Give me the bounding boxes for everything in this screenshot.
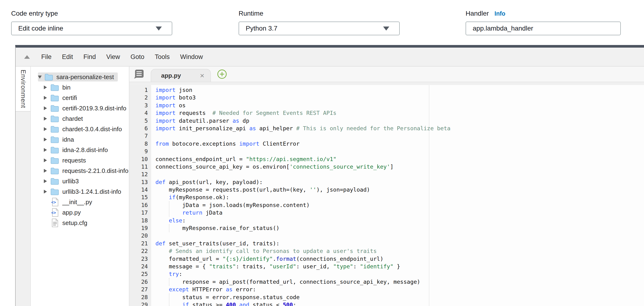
code-line[interactable]: 12 xyxy=(129,171,644,178)
code-line[interactable]: 14 myResponse = requests.post(url,auth=(… xyxy=(129,186,644,194)
code-line[interactable]: 1import json xyxy=(129,86,644,94)
line-number[interactable]: 26 xyxy=(129,278,151,286)
line-number[interactable]: 9 xyxy=(129,148,151,155)
menu-item-window[interactable]: Window xyxy=(175,53,208,61)
handler-info-link[interactable]: Info xyxy=(494,9,506,17)
tree-item-setup.cfg[interactable]: setup.cfg xyxy=(31,218,129,228)
code-editor-area[interactable]: 1import json2import boto33import os4impo… xyxy=(129,85,644,306)
chevron-right-icon[interactable] xyxy=(44,138,47,141)
chevron-right-icon[interactable] xyxy=(44,158,47,162)
code-line[interactable]: 27 except HTTPError as error: xyxy=(129,286,644,293)
code-line[interactable]: 24 message = { "traits": traits, "userId… xyxy=(129,263,644,270)
chevron-right-icon[interactable] xyxy=(44,169,47,173)
chevron-right-icon[interactable] xyxy=(44,190,47,194)
code-line[interactable]: 28 status = error.response.status_code xyxy=(129,294,644,301)
line-number[interactable]: 16 xyxy=(129,201,151,209)
code-line[interactable]: 25 try: xyxy=(129,270,644,278)
line-number[interactable]: 22 xyxy=(129,247,151,255)
tree-item-__init__.py[interactable]: <>__init__.py xyxy=(31,197,129,207)
line-number[interactable]: 15 xyxy=(129,194,151,201)
code-line[interactable]: 7 xyxy=(129,132,644,140)
chevron-right-icon[interactable] xyxy=(44,148,47,152)
line-number[interactable]: 1 xyxy=(129,86,151,94)
tree-item-urllib3[interactable]: urllib3 xyxy=(31,176,129,186)
chevron-down-icon[interactable] xyxy=(38,75,42,79)
menu-item-tools[interactable]: Tools xyxy=(150,53,175,61)
tree-item-certifi-2019.3.9.dist-info[interactable]: certifi-2019.3.9.dist-info xyxy=(31,103,129,113)
runtime-select[interactable]: Python 3.7 xyxy=(238,21,400,35)
code-entry-type-select[interactable]: Edit code inline xyxy=(11,21,172,35)
line-number[interactable]: 13 xyxy=(129,178,151,186)
menu-item-goto[interactable]: Goto xyxy=(125,53,150,61)
line-number[interactable]: 2 xyxy=(129,94,151,101)
code-line[interactable]: 16 jData = json.loads(myResponse.content… xyxy=(129,201,644,209)
tree-item-idna[interactable]: idna xyxy=(31,134,129,145)
code-line[interactable]: 2import boto3 xyxy=(129,94,644,101)
menu-item-file[interactable]: File xyxy=(36,53,57,61)
code-line[interactable]: 29 if status >= 400 and status < 500: xyxy=(129,301,644,306)
line-number[interactable]: 12 xyxy=(129,171,151,178)
tab-list-icon[interactable] xyxy=(133,69,144,79)
line-number[interactable]: 24 xyxy=(129,263,151,270)
chevron-right-icon[interactable] xyxy=(44,117,47,121)
code-line[interactable]: 26 response = api_post(formatted_url, co… xyxy=(129,278,644,286)
tree-item-bin[interactable]: bin xyxy=(31,82,129,93)
line-number[interactable]: 17 xyxy=(129,209,151,217)
line-number[interactable]: 3 xyxy=(129,102,151,109)
tree-item-urllib3-1.24.1.dist-info[interactable]: urllib3-1.24.1.dist-info xyxy=(31,186,129,197)
code-line[interactable]: 13def api_post(url, key, payload): xyxy=(129,178,644,186)
code-line[interactable]: 15 if(myResponse.ok): xyxy=(129,194,644,201)
line-number[interactable]: 7 xyxy=(129,132,151,140)
line-number[interactable]: 19 xyxy=(129,224,151,232)
code-line[interactable]: 5import dateutil.parser as dp xyxy=(129,117,644,125)
code-line[interactable]: 11connections_source_api_key = os.enviro… xyxy=(129,163,644,171)
code-line[interactable]: 10connections_endpoint_url = "https://ap… xyxy=(129,155,644,163)
menu-item-find[interactable]: Find xyxy=(78,53,101,61)
code-line[interactable]: 8from botocore.exceptions import ClientE… xyxy=(129,140,644,148)
tree-item-chardet-3.0.4.dist-info[interactable]: chardet-3.0.4.dist-info xyxy=(31,124,129,134)
tab-app-py[interactable]: app.py × xyxy=(151,69,211,82)
code-line[interactable]: 6import init_personalize_api as api_help… xyxy=(129,125,644,132)
code-line[interactable]: 23 formatted_url = "{:s}/identify".forma… xyxy=(129,255,644,263)
menu-item-view[interactable]: View xyxy=(101,53,125,61)
code-line[interactable]: 4import requests # Needed for Segment Ev… xyxy=(129,109,644,117)
code-line[interactable]: 9 xyxy=(129,148,644,155)
line-number[interactable]: 29 xyxy=(129,301,151,306)
line-number[interactable]: 10 xyxy=(129,155,151,163)
line-number[interactable]: 4 xyxy=(129,109,151,117)
code-line[interactable]: 19 myResponse.raise_for_status() xyxy=(129,224,644,232)
menu-item-edit[interactable]: Edit xyxy=(57,53,78,61)
tree-item-app.py[interactable]: <>app.py xyxy=(31,207,129,218)
chevron-right-icon[interactable] xyxy=(44,96,47,100)
tree-item-requests[interactable]: requests xyxy=(31,155,129,166)
line-number[interactable]: 23 xyxy=(129,255,151,263)
line-number[interactable]: 11 xyxy=(129,163,151,171)
code-line[interactable]: 20 xyxy=(129,232,644,240)
handler-input[interactable]: app.lambda_handler xyxy=(466,21,621,35)
line-number[interactable]: 27 xyxy=(129,286,151,293)
line-number[interactable]: 6 xyxy=(129,125,151,132)
line-number[interactable]: 14 xyxy=(129,186,151,194)
code-line[interactable]: 3import os xyxy=(129,102,644,109)
collapse-menubar-icon[interactable] xyxy=(24,55,30,59)
chevron-right-icon[interactable] xyxy=(44,106,47,110)
tree-item-requests-2.21.0.dist-info[interactable]: requests-2.21.0.dist-info xyxy=(31,166,129,176)
code-line[interactable]: 21def set_user_traits(user_id, traits): xyxy=(129,240,644,247)
line-number[interactable]: 20 xyxy=(129,232,151,240)
line-number[interactable]: 25 xyxy=(129,270,151,278)
chevron-right-icon[interactable] xyxy=(44,179,47,183)
code-line[interactable]: 18 else: xyxy=(129,217,644,224)
tree-item-sara-personalize-test[interactable]: sara-personalize-test xyxy=(31,72,129,82)
line-number[interactable]: 18 xyxy=(129,217,151,224)
code-line[interactable]: 22 # Sends an identify call to Personas … xyxy=(129,247,644,255)
environment-tab[interactable]: Environment xyxy=(16,66,30,112)
tree-item-certifi[interactable]: certifi xyxy=(31,93,129,103)
new-tab-plus-icon[interactable] xyxy=(217,69,227,79)
line-number[interactable]: 8 xyxy=(129,140,151,148)
line-number[interactable]: 28 xyxy=(129,294,151,301)
line-number[interactable]: 5 xyxy=(129,117,151,125)
chevron-right-icon[interactable] xyxy=(44,85,47,89)
tree-item-idna-2.8.dist-info[interactable]: idna-2.8.dist-info xyxy=(31,145,129,155)
close-tab-icon[interactable]: × xyxy=(200,72,204,79)
line-number[interactable]: 21 xyxy=(129,240,151,247)
